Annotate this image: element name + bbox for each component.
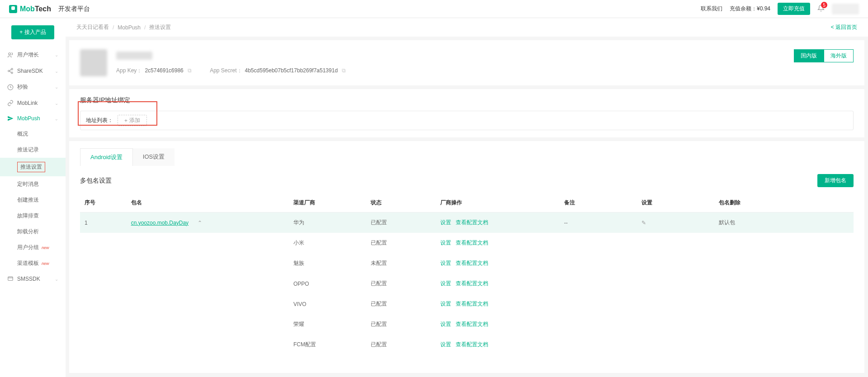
add-package-button[interactable]: 新增包名 <box>817 174 854 187</box>
cell-op: 设置查看配置文档 <box>436 233 560 253</box>
sub-timed-msg[interactable]: 定时消息 <box>0 176 66 192</box>
mobpush-icon <box>7 115 14 122</box>
contact-link[interactable]: 联系我们 <box>701 5 722 13</box>
sub-overview[interactable]: 概况 <box>0 126 66 142</box>
op-set[interactable]: 设置 <box>440 280 451 287</box>
th-status: 状态 <box>366 193 436 212</box>
op-set[interactable]: 设置 <box>440 301 451 307</box>
sidebar: + 接入产品 用户增长 ⌄ ShareSDK ⌄ 秒验 ⌄ <box>0 18 66 377</box>
cell-vendor: VIVO <box>289 294 366 314</box>
address-list-label: 地址列表： <box>86 117 113 124</box>
app-info-card: App Key：2c574691c6986 ⧉ App Secret：4b5cd… <box>69 40 864 85</box>
table-row: 魅族 未配置 设置查看配置文档 <box>80 253 854 273</box>
op-set[interactable]: 设置 <box>440 240 451 246</box>
crumb-2[interactable]: MobPush <box>118 24 141 31</box>
th-seq: 序号 <box>80 193 127 212</box>
notifications-bell[interactable]: 5 <box>817 5 825 13</box>
package-section-title: 多包名设置 <box>80 177 112 185</box>
back-home-link[interactable]: < 返回首页 <box>831 24 857 31</box>
cell-status: 已配置 <box>366 212 436 233</box>
crumb-1[interactable]: 天天日记看看 <box>76 24 109 31</box>
cell-vendor: 荣耀 <box>289 314 366 335</box>
share-icon <box>7 68 14 74</box>
sub-uninstall[interactable]: 卸载分析 <box>0 224 66 240</box>
copy-icon[interactable]: ⧉ <box>342 67 346 74</box>
tab-android[interactable]: Android设置 <box>80 148 133 166</box>
sidebar-item-user-growth[interactable]: 用户增长 ⌄ <box>0 47 66 63</box>
sub-create-push[interactable]: 创建推送 <box>0 192 66 208</box>
sidebar-item-mobpush[interactable]: MobPush ⌃ <box>0 111 66 126</box>
op-doc[interactable]: 查看配置文档 <box>456 321 488 327</box>
package-link[interactable]: cn.yoozoo.mob.DayDay <box>131 220 189 226</box>
table-row: OPPO 已配置 设置查看配置文档 <box>80 273 854 294</box>
cell-vendor: 魅族 <box>289 253 366 273</box>
moblink-icon <box>7 100 14 106</box>
op-doc[interactable]: 查看配置文档 <box>456 280 488 287</box>
sub-push-settings[interactable]: 推送设置 <box>0 158 66 176</box>
op-set[interactable]: 设置 <box>440 260 451 266</box>
op-set[interactable]: 设置 <box>440 219 451 226</box>
cell-vendor: 华为 <box>289 212 366 233</box>
sub-user-group[interactable]: 用户分组new <box>0 240 66 255</box>
cell-status: 已配置 <box>366 273 436 294</box>
op-set[interactable]: 设置 <box>440 341 451 348</box>
package-table: 序号 包名 渠道厂商 状态 厂商操作 备注 设置 包名删除 1 cn.yoozo… <box>80 193 854 355</box>
recharge-button[interactable]: 立即充值 <box>778 3 810 15</box>
table-row: 小米 已配置 设置查看配置文档 <box>80 233 854 253</box>
th-remark: 备注 <box>560 193 637 212</box>
svg-point-2 <box>8 70 10 72</box>
user-avatar[interactable] <box>832 4 859 14</box>
sub-push-record[interactable]: 推送记录 <box>0 142 66 158</box>
sidebar-item-sharesdk[interactable]: ShareSDK ⌄ <box>0 63 66 79</box>
table-row: 1 cn.yoozoo.mob.DayDay⌃ 华为 已配置 设置查看配置文档 … <box>80 212 854 233</box>
cell-status: 未配置 <box>366 253 436 273</box>
logo-text: MobTech <box>20 5 51 13</box>
sub-channel-template[interactable]: 渠道模板new <box>0 255 66 271</box>
op-doc[interactable]: 查看配置文档 <box>456 240 488 246</box>
sidebar-item-moblink[interactable]: MobLink ⌄ <box>0 95 66 111</box>
tab-domestic[interactable]: 国内版 <box>794 49 824 62</box>
platform-tabs: Android设置 IOS设置 <box>80 148 854 166</box>
platform-name: 开发者平台 <box>58 5 90 13</box>
svg-rect-5 <box>8 277 13 280</box>
sub-troubleshoot[interactable]: 故障排查 <box>0 208 66 224</box>
cell-op: 设置查看配置文档 <box>436 253 560 273</box>
edit-icon[interactable]: ✎ <box>642 220 646 226</box>
mobpush-submenu: 概况 推送记录 推送设置 定时消息 创建推送 故障排查 卸载分析 用户分组new… <box>0 126 66 271</box>
chevron-up-icon[interactable]: ⌃ <box>198 220 202 226</box>
sidebar-item-smssdk[interactable]: SMSSDK ⌄ <box>0 271 66 287</box>
cell-status: 已配置 <box>366 294 436 314</box>
chevron-up-icon: ⌃ <box>55 116 58 121</box>
tab-ios[interactable]: IOS设置 <box>133 148 175 166</box>
chevron-down-icon: ⌄ <box>55 69 58 74</box>
tab-overseas[interactable]: 海外版 <box>824 49 854 62</box>
add-address-button[interactable]: + 添加 <box>118 115 147 126</box>
chevron-down-icon: ⌄ <box>55 85 58 90</box>
op-doc[interactable]: 查看配置文档 <box>456 341 488 348</box>
op-doc[interactable]: 查看配置文档 <box>456 260 488 266</box>
svg-point-3 <box>11 72 13 74</box>
cell-setting: ✎ <box>637 212 714 233</box>
op-doc[interactable]: 查看配置文档 <box>456 301 488 307</box>
th-op: 厂商操作 <box>436 193 560 212</box>
op-set[interactable]: 设置 <box>440 321 451 327</box>
logo[interactable]: MobTech 开发者平台 <box>9 5 90 13</box>
cell-remark: -- <box>560 212 637 233</box>
chevron-down-icon: ⌄ <box>55 52 58 57</box>
connect-product-button[interactable]: + 接入产品 <box>11 25 54 39</box>
chevron-down-icon: ⌄ <box>55 277 58 282</box>
cell-status: 已配置 <box>366 335 436 355</box>
op-doc[interactable]: 查看配置文档 <box>456 219 488 226</box>
smssdk-icon <box>7 276 14 282</box>
chevron-down-icon: ⌄ <box>55 101 58 106</box>
cell-del: 默认包 <box>714 212 854 233</box>
cell-seq: 1 <box>80 212 127 233</box>
ip-section-title: 服务器IP地址绑定 <box>80 96 854 104</box>
breadcrumb: 天天日记看看 / MobPush / 推送设置 < 返回首页 <box>66 18 868 37</box>
user-growth-icon <box>7 52 14 58</box>
app-key: App Key：2c574691c6986 ⧉ <box>116 67 192 75</box>
sidebar-item-second-verify[interactable]: 秒验 ⌄ <box>0 79 66 95</box>
cell-vendor: 小米 <box>289 233 366 253</box>
app-secret: App Secret：4b5cd595eb07b5cf17bb269f7a513… <box>210 67 346 75</box>
copy-icon[interactable]: ⧉ <box>188 67 192 74</box>
